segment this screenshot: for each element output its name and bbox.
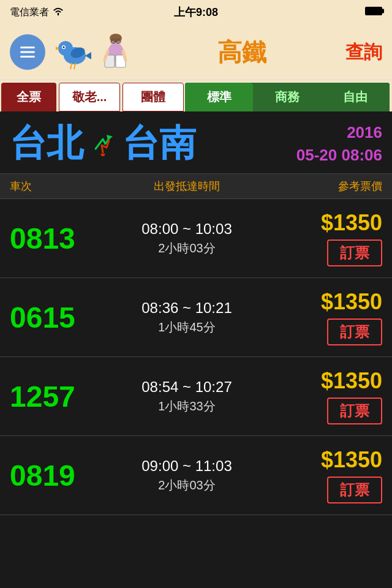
query-button[interactable]: 查詢 (345, 40, 382, 65)
battery-icon (365, 7, 382, 15)
table-header: 車次 出發抵達時間 參考票價 (0, 173, 392, 199)
duration: 1小時45分 (89, 319, 284, 336)
arrival-station: 台南 (123, 119, 196, 168)
price-column: $1350 訂票 (284, 289, 382, 345)
swap-stations-icon[interactable] (91, 132, 115, 156)
table-row: 1257 08:54 ~ 10:27 1小時33分 $1350 訂票 (0, 357, 392, 436)
ticket-tabs: 全票 敬老... 團體 標準 商務 自由 (0, 80, 392, 111)
svg-rect-2 (20, 56, 35, 58)
status-time: 上午9:08 (174, 5, 218, 20)
price-label: $1350 (321, 210, 382, 236)
route-info: 台北 台南 2016 05-20 08:06 (0, 111, 392, 173)
tab-standard[interactable]: 標準 (185, 83, 253, 111)
book-button[interactable]: 訂票 (327, 477, 382, 503)
hamburger-icon (18, 42, 37, 62)
bird-icon (51, 31, 94, 74)
duration: 1小時33分 (89, 398, 284, 415)
train-times: 09:00 ~ 11:03 2小時03分 (89, 458, 284, 494)
wifi-icon (53, 6, 64, 18)
table-row: 0813 08:00 ~ 10:03 2小時03分 $1350 訂票 (0, 199, 392, 278)
tab-free-seat[interactable]: 自由 (322, 83, 390, 111)
train-times: 08:00 ~ 10:03 2小時03分 (89, 221, 284, 257)
header-train-no: 車次 (10, 179, 89, 194)
train-number: 0615 (10, 301, 89, 334)
status-left: 電信業者 (10, 6, 64, 19)
train-number: 1257 (10, 380, 89, 413)
seat-class-tabs: 標準 商務 自由 (185, 83, 390, 111)
time-range: 08:54 ~ 10:27 (89, 379, 284, 396)
menu-button[interactable] (10, 34, 45, 70)
svg-rect-0 (20, 47, 35, 48)
tab-group-ticket[interactable]: 團體 (123, 83, 184, 111)
time-range: 08:36 ~ 10:21 (89, 300, 284, 317)
book-button[interactable]: 訂票 (327, 318, 382, 345)
price-column: $1350 訂票 (284, 447, 382, 503)
status-right (365, 7, 382, 18)
header-time-range: 出發抵達時間 (89, 179, 284, 194)
status-bar: 電信業者 上午9:08 (0, 0, 392, 24)
duration: 2小時03分 (89, 240, 284, 257)
time-range: 09:00 ~ 11:03 (89, 458, 284, 475)
svg-line-10 (70, 63, 72, 69)
svg-point-4 (58, 41, 73, 56)
app-header: 高鐵 查詢 (0, 24, 392, 80)
price-label: $1350 (321, 368, 382, 394)
table-row: 0819 09:00 ~ 11:03 2小時03分 $1350 訂票 (0, 436, 392, 515)
svg-marker-24 (100, 154, 105, 156)
svg-marker-9 (85, 52, 91, 59)
table-row: 0615 08:36 ~ 10:21 1小時45分 $1350 訂票 (0, 278, 392, 357)
tab-business[interactable]: 商務 (253, 83, 321, 111)
train-times: 08:54 ~ 10:27 1小時33分 (89, 379, 284, 415)
app-title: 高鐵 (138, 36, 345, 69)
route-date: 2016 05-20 08:06 (296, 121, 382, 166)
carrier-label: 電信業者 (10, 6, 49, 19)
svg-rect-1 (20, 51, 35, 53)
departure-station: 台北 (10, 119, 83, 168)
reading-icon (97, 34, 134, 70)
header-ref-price: 參考票價 (284, 179, 382, 194)
price-label: $1350 (321, 447, 382, 473)
train-times: 08:36 ~ 10:21 1小時45分 (89, 300, 284, 336)
train-number: 0813 (10, 222, 89, 255)
time-range: 08:00 ~ 10:03 (89, 221, 284, 238)
book-button[interactable]: 訂票 (327, 239, 382, 266)
tab-full-ticket[interactable]: 全票 (1, 83, 56, 111)
svg-point-6 (62, 46, 64, 48)
duration: 2小時03分 (89, 477, 284, 494)
book-button[interactable]: 訂票 (327, 398, 382, 424)
ticket-left-tabs: 全票 敬老... 團體 (0, 80, 185, 111)
tab-senior-ticket[interactable]: 敬老... (59, 83, 120, 111)
trains-list: 0813 08:00 ~ 10:03 2小時03分 $1350 訂票 0615 … (0, 199, 392, 515)
price-column: $1350 訂票 (284, 368, 382, 424)
price-label: $1350 (321, 289, 382, 315)
price-column: $1350 訂票 (284, 210, 382, 266)
train-number: 0819 (10, 459, 89, 492)
route-stations: 台北 台南 (10, 119, 196, 168)
